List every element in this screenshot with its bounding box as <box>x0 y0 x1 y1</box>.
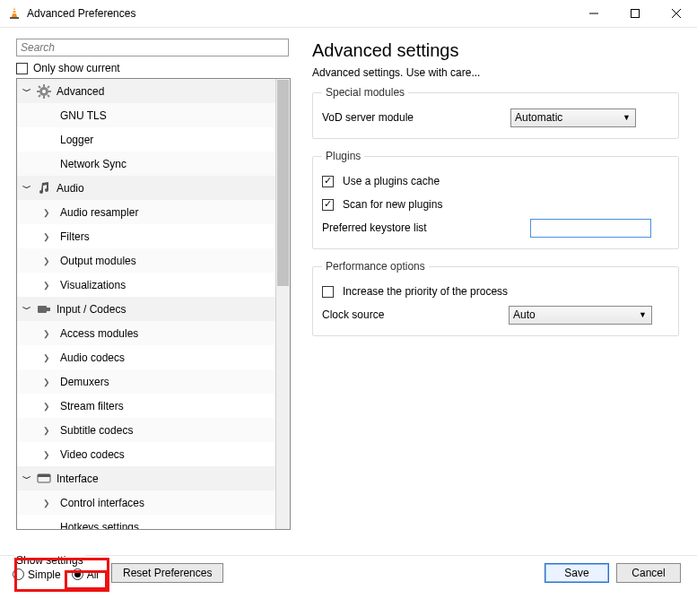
chevron-right-icon[interactable] <box>40 402 53 411</box>
tree-item-logger[interactable]: Logger <box>17 127 275 152</box>
titlebar: Advanced Preferences <box>0 0 697 27</box>
chevron-down-icon[interactable] <box>21 473 33 485</box>
chevron-right-icon[interactable] <box>40 232 53 241</box>
svg-rect-1 <box>13 10 16 11</box>
svg-rect-5 <box>632 10 640 18</box>
keystore-label: Preferred keystore list <box>322 221 530 234</box>
use-cache-label: Use a plugins cache <box>343 175 440 187</box>
svg-point-9 <box>42 90 46 93</box>
group-legend: Special modules <box>322 86 408 99</box>
vod-select[interactable]: Automatic ▼ <box>510 108 636 127</box>
dropdown-arrow-icon: ▼ <box>623 113 631 122</box>
tree-item-control-interfaces[interactable]: Control interfaces <box>17 490 275 515</box>
gear-icon <box>35 84 53 99</box>
tree-item-video-codecs[interactable]: Video codecs <box>17 442 275 466</box>
chevron-right-icon[interactable] <box>40 256 53 265</box>
music-icon <box>35 181 53 195</box>
show-settings-label: Show settings <box>14 554 85 567</box>
priority-checkbox[interactable] <box>322 286 334 298</box>
tree-item-demuxers[interactable]: Demuxers <box>17 369 275 394</box>
maximize-button[interactable] <box>614 0 656 27</box>
tree-item-visualizations[interactable]: Visualizations <box>17 273 275 297</box>
tree-cat-advanced[interactable]: Advanced <box>17 79 275 103</box>
chevron-right-icon[interactable] <box>40 281 53 290</box>
page-title: Advanced settings <box>312 40 679 61</box>
svg-line-17 <box>39 95 40 97</box>
app-cone-icon <box>7 6 22 21</box>
keystore-input[interactable] <box>530 219 651 238</box>
tree-label: Advanced <box>57 85 104 98</box>
scan-new-label: Scan for new plugins <box>343 198 442 211</box>
tree-item-network-sync[interactable]: Network Sync <box>17 152 275 176</box>
group-performance: Performance options Increase the priorit… <box>312 260 679 336</box>
svg-rect-18 <box>38 306 47 313</box>
left-panel: Only show current Advanced GNU TLS <box>0 28 303 555</box>
radio-simple[interactable] <box>13 568 24 580</box>
svg-line-16 <box>48 86 49 88</box>
svg-marker-0 <box>12 7 17 17</box>
chevron-down-icon[interactable] <box>21 303 33 316</box>
chevron-right-icon[interactable] <box>40 329 53 338</box>
search-input[interactable] <box>16 39 289 56</box>
chevron-right-icon[interactable] <box>40 450 53 459</box>
save-button[interactable]: Save <box>545 563 609 583</box>
tree-item-stream-filters[interactable]: Stream filters <box>17 394 275 418</box>
svg-rect-21 <box>38 474 50 477</box>
minimize-button[interactable] <box>573 0 614 27</box>
tree-item-hotkeys-settings[interactable]: Hotkeys settings <box>17 515 275 529</box>
interface-icon <box>35 472 53 486</box>
svg-line-14 <box>39 86 40 88</box>
vod-label: VoD server module <box>322 111 510 124</box>
settings-tree: Advanced GNU TLS Logger Network Sync <box>16 78 291 530</box>
radio-all[interactable] <box>72 568 83 580</box>
svg-rect-19 <box>47 308 50 311</box>
only-show-current-label: Only show current <box>33 62 120 74</box>
show-settings-group: Show settings Simple All <box>9 561 102 585</box>
chevron-right-icon[interactable] <box>40 377 53 386</box>
radio-all-label: All <box>87 568 99 581</box>
only-show-current-checkbox[interactable] <box>16 63 28 74</box>
footer: Show settings Simple All Reset Preferenc… <box>0 555 697 589</box>
tree-scrollbar[interactable] <box>275 79 290 529</box>
clock-select[interactable]: Auto ▼ <box>509 306 652 325</box>
only-show-current-row[interactable]: Only show current <box>16 62 303 74</box>
tree-item-audio-resampler[interactable]: Audio resampler <box>17 200 275 224</box>
close-button[interactable] <box>656 0 697 27</box>
scan-new-checkbox[interactable] <box>322 199 334 211</box>
chevron-down-icon[interactable] <box>21 85 33 98</box>
svg-rect-2 <box>12 13 16 13</box>
page-subtitle: Advanced settings. Use with care... <box>312 66 679 79</box>
chevron-right-icon[interactable] <box>40 426 53 435</box>
window-title: Advanced Preferences <box>27 7 135 20</box>
tree-cat-interface[interactable]: Interface <box>17 466 275 490</box>
tree-item-gnu-tls[interactable]: GNU TLS <box>17 103 275 127</box>
tree-cat-audio[interactable]: Audio <box>17 176 275 200</box>
chevron-right-icon[interactable] <box>40 353 53 362</box>
svg-line-15 <box>48 95 49 97</box>
svg-rect-3 <box>10 17 19 19</box>
chevron-right-icon[interactable] <box>40 208 53 217</box>
tree-item-filters[interactable]: Filters <box>17 224 275 248</box>
chevron-right-icon[interactable] <box>40 499 53 508</box>
reset-preferences-button[interactable]: Reset Preferences <box>111 563 223 583</box>
scrollbar-thumb[interactable] <box>277 80 289 286</box>
use-cache-checkbox[interactable] <box>322 176 334 187</box>
radio-simple-label: Simple <box>28 568 61 581</box>
priority-label: Increase the priority of the process <box>343 285 508 298</box>
dropdown-arrow-icon: ▼ <box>639 310 647 319</box>
content-panel: Advanced settings Advanced settings. Use… <box>303 28 697 555</box>
clock-label: Clock source <box>322 308 509 321</box>
group-legend: Performance options <box>322 260 429 273</box>
tree-item-access-modules[interactable]: Access modules <box>17 321 275 345</box>
tree-cat-input-codecs[interactable]: Input / Codecs <box>17 297 275 321</box>
group-plugins: Plugins Use a plugins cache Scan for new… <box>312 150 679 249</box>
tree-item-subtitle-codecs[interactable]: Subtitle codecs <box>17 418 275 442</box>
tree-item-audio-codecs[interactable]: Audio codecs <box>17 345 275 369</box>
cancel-button[interactable]: Cancel <box>616 563 681 583</box>
tree-item-output-modules[interactable]: Output modules <box>17 248 275 273</box>
codec-icon <box>35 302 53 317</box>
group-special-modules: Special modules VoD server module Automa… <box>312 86 679 139</box>
chevron-down-icon[interactable] <box>21 182 33 195</box>
group-legend: Plugins <box>322 150 364 162</box>
